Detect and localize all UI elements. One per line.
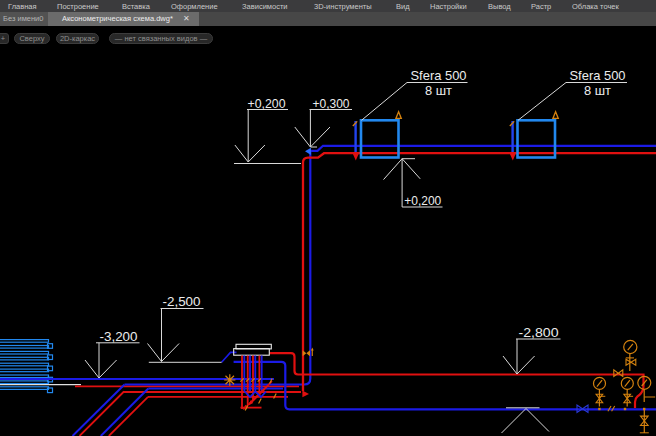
svg-text:+0,200: +0,200 <box>404 194 441 208</box>
svg-text:+0,300: +0,300 <box>313 97 350 111</box>
svg-text:Sfera 500: Sfera 500 <box>570 68 626 83</box>
svg-text:-2,500: -2,500 <box>163 295 201 309</box>
svg-text:-3,200: -3,200 <box>100 330 138 344</box>
svg-text:8 шт: 8 шт <box>584 83 611 98</box>
svg-text:-2,800: -2,800 <box>519 326 559 340</box>
svg-text:Sfera 500: Sfera 500 <box>411 68 467 83</box>
svg-text:8 шт: 8 шт <box>425 83 452 98</box>
svg-text:+0,200: +0,200 <box>248 97 286 111</box>
